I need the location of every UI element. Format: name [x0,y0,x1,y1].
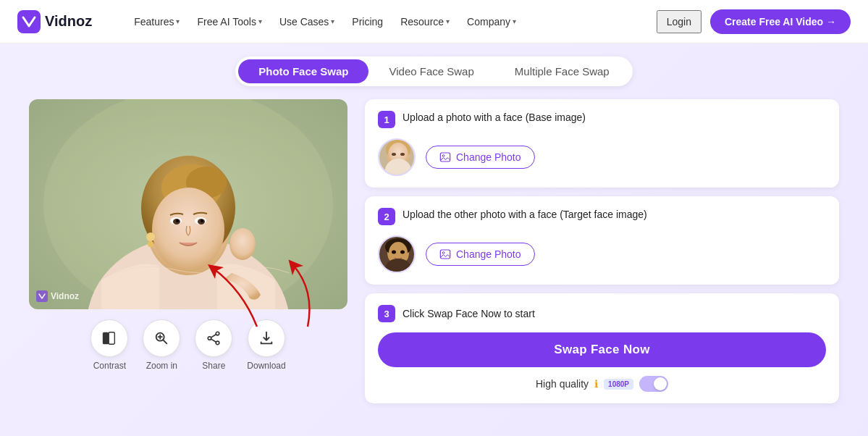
face-image-2 [379,237,416,273]
download-icon [258,330,274,346]
zoom-in-button[interactable]: Zoom in [143,319,180,371]
header-right: Login Create Free AI Video → [657,9,851,34]
step-1-title: Upload a photo with a face (Base image) [403,111,586,125]
step-3-card: 3 Click Swap Face Now to start Swap Face… [365,293,839,403]
step-2-num: 2 [378,208,395,225]
change-photo-button-1[interactable]: Change Photo [426,146,535,169]
chevron-icon: ▾ [176,17,180,25]
download-circle [248,319,285,357]
svg-point-9 [152,188,224,272]
preview-image [29,99,347,309]
tab-photo-face-swap[interactable]: Photo Face Swap [238,59,368,83]
face-thumb-2 [378,235,416,273]
tabs-row: Photo Face Swap Video Face Swap Multiple… [29,56,839,86]
step-2-body: Change Photo [378,235,826,273]
step-3-num: 3 [378,305,395,322]
svg-point-34 [442,155,444,157]
svg-point-30 [392,153,396,156]
step-1-num: 1 [378,111,395,128]
svg-rect-33 [440,153,450,162]
contrast-icon [101,330,117,346]
nav-use-cases[interactable]: Use Cases▾ [272,12,342,32]
step-2-card: 2 Upload the other photo with a face (Ta… [365,196,839,285]
swap-face-now-button[interactable]: Swap Face Now [378,332,826,367]
create-free-ai-video-button[interactable]: Create Free AI Video → [710,9,851,34]
controls-row: Contrast Zoom in [90,319,285,371]
svg-point-14 [176,219,179,222]
share-circle [195,319,232,357]
svg-rect-19 [36,290,48,302]
nav-resource[interactable]: Resource▾ [393,12,457,32]
svg-point-16 [146,232,155,241]
chevron-icon: ▾ [513,17,516,25]
svg-rect-0 [17,10,41,33]
main-nav: Features▾ Free AI Tools▾ Use Cases▾ Pric… [127,12,656,32]
tabs-container: Photo Face Swap Video Face Swap Multiple… [235,56,632,86]
zoom-label: Zoom in [146,361,177,371]
chevron-icon: ▾ [331,17,334,25]
download-button[interactable]: Download [247,319,285,371]
quality-toggle[interactable] [639,376,668,392]
image-panel: Vidnoz [29,99,347,403]
login-button[interactable]: Login [657,10,701,33]
svg-point-40 [400,251,405,254]
face-image-1 [379,140,416,176]
svg-rect-21 [109,332,114,345]
quality-row: High quality ℹ 1080P [378,376,826,392]
svg-point-39 [392,251,396,254]
quality-label: High quality [536,378,589,390]
share-button[interactable]: Share [195,319,232,371]
contrast-button[interactable]: Contrast [90,319,128,371]
vidnoz-watermark: Vidnoz [36,290,79,302]
svg-rect-20 [103,332,109,345]
chevron-icon: ▾ [258,17,262,25]
step-1-body: Change Photo [378,138,826,176]
svg-point-31 [400,153,405,156]
info-icon: ℹ [594,378,598,390]
share-label: Share [202,361,225,371]
step-2-header: 2 Upload the other photo with a face (Ta… [378,208,826,225]
image-icon-2 [439,248,451,260]
nav-pricing[interactable]: Pricing [345,12,390,32]
steps-panel: 1 Upload a photo with a face (Base image… [365,99,839,403]
face-thumb-1 [378,138,416,176]
nav-company[interactable]: Company▾ [460,12,523,32]
tab-video-face-swap[interactable]: Video Face Swap [368,59,494,83]
change-photo-button-2[interactable]: Change Photo [426,243,535,266]
zoom-circle [143,319,180,357]
zoom-icon [153,330,169,346]
step-2-title: Upload the other photo with a face (Targ… [403,208,647,222]
content-area: Vidnoz [29,99,839,403]
quality-badge: 1080P [604,379,633,390]
tab-multiple-face-swap[interactable]: Multiple Face Swap [494,59,630,83]
svg-point-15 [201,219,203,222]
header: Vidnoz Features▾ Free AI Tools▾ Use Case… [0,0,868,43]
contrast-label: Contrast [93,361,126,371]
download-label: Download [247,361,285,371]
image-wrapper: Vidnoz [29,99,347,309]
svg-rect-42 [440,250,450,259]
logo[interactable]: Vidnoz [17,10,92,33]
nav-features[interactable]: Features▾ [127,12,187,32]
svg-point-17 [148,241,153,247]
image-icon-1 [439,151,451,163]
step-3-title: Click Swap Face Now to start [403,308,535,319]
share-icon [206,330,222,346]
svg-point-18 [229,228,256,260]
toggle-knob [654,377,667,390]
watermark-icon [36,290,48,302]
contrast-circle [90,319,128,357]
logo-text: Vidnoz [45,13,92,30]
step-1-header: 1 Upload a photo with a face (Base image… [378,111,826,128]
step-1-card: 1 Upload a photo with a face (Base image… [365,99,839,188]
svg-point-43 [442,252,444,254]
step-3-header: 3 Click Swap Face Now to start [378,305,826,322]
main-content: Photo Face Swap Video Face Swap Multiple… [0,43,868,436]
nav-free-ai-tools[interactable]: Free AI Tools▾ [190,12,269,32]
chevron-icon: ▾ [446,17,450,25]
